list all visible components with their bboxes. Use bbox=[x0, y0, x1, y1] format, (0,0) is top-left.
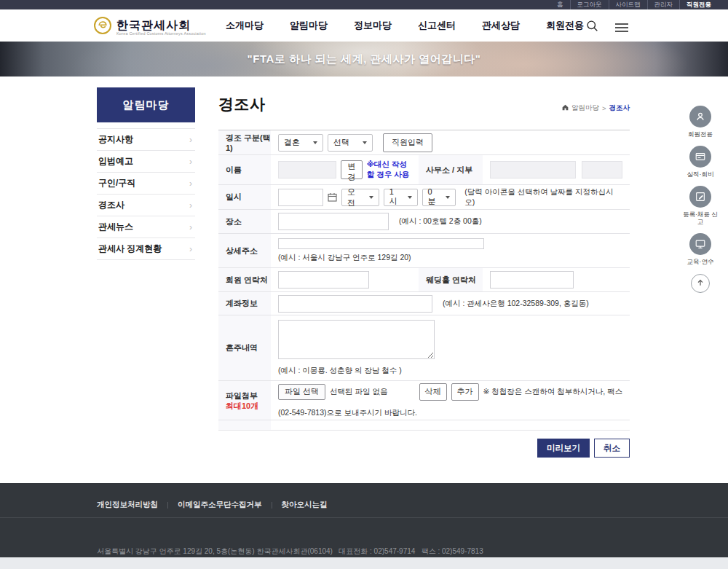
attachment-note-line1: ※ 청첩장은 스캔하여 첨부하시거나, 팩스 bbox=[483, 387, 622, 397]
card-icon bbox=[689, 146, 711, 168]
footer-link-separator bbox=[167, 502, 168, 509]
account-example-note: (예시 : 관세사은행 102-32589-309, 홍길동) bbox=[443, 299, 589, 309]
footer-link-separator bbox=[272, 502, 272, 509]
row-address: 상세주소 (예시 : 서울시 강남구 언주로 129길 20) bbox=[218, 234, 630, 268]
quick-item-education[interactable]: 교육·연수 bbox=[683, 233, 718, 265]
topbar-link-sitemap[interactable]: 사이트맵 bbox=[609, 0, 647, 9]
chevron-down-icon bbox=[369, 196, 373, 199]
calendar-icon[interactable] bbox=[328, 192, 337, 202]
delete-file-button[interactable]: 삭제 bbox=[419, 383, 447, 401]
footer-divider bbox=[0, 517, 728, 518]
row-category: 경조 구분(택1) 결혼 선택 직원입력 bbox=[218, 130, 630, 155]
parents-textarea[interactable] bbox=[278, 320, 435, 359]
label-parents: 혼주내역 bbox=[218, 315, 271, 380]
topbar-link-staff-only[interactable]: 직원전용 bbox=[679, 0, 718, 9]
nav-item-consult[interactable]: 관세상담 bbox=[469, 19, 533, 32]
chevron-right-icon: › bbox=[189, 222, 192, 232]
sidebar-item-jobs[interactable]: 구인/구직› bbox=[97, 173, 195, 195]
name-proxy-note: ※대신 작성할 경우 사용 bbox=[367, 160, 411, 180]
utility-bar: 홈 로그아웃 사이트맵 관리자 직원전용 bbox=[0, 0, 728, 9]
main-nav: 소개마당 알림마당 정보마당 신고센터 관세상담 회원전용 bbox=[213, 9, 597, 42]
hero-banner: "FTA로 하나 되는 세계, 관세사가 열어갑니다" bbox=[0, 42, 728, 76]
quick-item-members[interactable]: 회원전용 bbox=[683, 106, 718, 138]
footer-link-no-email-collection[interactable]: 이메일주소무단수집거부 bbox=[178, 500, 262, 510]
row-datetime: 일시 오전 1시 0분 (달력 아이콘을 선택하여 날짜를 지정하십시오) bbox=[218, 185, 630, 210]
topbar-link-home[interactable]: 홈 bbox=[550, 0, 570, 9]
scroll-to-top-button[interactable] bbox=[691, 274, 710, 293]
label-attachment: 파일첨부 최대10개 bbox=[218, 381, 271, 420]
row-place: 장소 (예시 : 00호텔 2층 00홀) bbox=[218, 210, 630, 234]
chevron-right-icon: › bbox=[189, 135, 192, 145]
chevron-down-icon bbox=[363, 141, 367, 144]
category-sub-select[interactable]: 선택 bbox=[328, 134, 373, 152]
nav-item-intro[interactable]: 소개마당 bbox=[213, 19, 277, 32]
quick-item-registration[interactable]: 등록·채용 신고 bbox=[683, 186, 718, 225]
site-header: 한국관세사회 Korea Certified Customs Attorneys… bbox=[0, 9, 728, 42]
label-member-contact: 회원 연락처 bbox=[218, 268, 271, 291]
breadcrumb: 알림마당 > 경조사 bbox=[218, 103, 630, 113]
label-office-branch: 사무소 / 지부 bbox=[419, 155, 483, 184]
ampm-select[interactable]: 오전 bbox=[341, 189, 379, 206]
label-account: 계좌정보 bbox=[218, 292, 271, 315]
hall-contact-input[interactable] bbox=[490, 271, 574, 289]
sidebar-item-legislation[interactable]: 입법예고› bbox=[97, 151, 195, 173]
preview-button[interactable]: 미리보기 bbox=[537, 439, 590, 458]
arrow-up-icon bbox=[696, 277, 705, 290]
breadcrumb-parent[interactable]: 알림마당 bbox=[571, 103, 599, 113]
sidebar-item-customs-news[interactable]: 관세뉴스› bbox=[97, 216, 195, 238]
nav-item-notice[interactable]: 알림마당 bbox=[277, 19, 341, 32]
row-name: 이름 변경 ※대신 작성할 경우 사용 사무소 / 지부 bbox=[218, 155, 630, 185]
attachment-note-line2: (02-549-7813)으로 보내주시기 바랍니다. bbox=[278, 408, 417, 417]
minute-select[interactable]: 0분 bbox=[422, 189, 456, 206]
sidebar-item-discipline-status[interactable]: 관세사 징계현황› bbox=[97, 238, 195, 260]
footer-link-directions[interactable]: 찾아오시는길 bbox=[282, 500, 328, 510]
add-file-button[interactable]: 추가 bbox=[451, 383, 479, 401]
member-contact-input[interactable] bbox=[278, 271, 369, 289]
quick-menu: 회원전용 실적·회비 등록·채용 신고 교육·연수 bbox=[681, 106, 720, 293]
label-address: 상세주소 bbox=[218, 234, 271, 267]
chevron-down-icon bbox=[313, 141, 317, 144]
topbar-link-admin[interactable]: 관리자 bbox=[647, 0, 680, 9]
category-type-select[interactable]: 결혼 bbox=[278, 134, 323, 152]
change-name-button[interactable]: 변경 bbox=[341, 160, 363, 179]
account-input[interactable] bbox=[278, 295, 432, 313]
place-input[interactable] bbox=[278, 213, 389, 230]
breadcrumb-separator: > bbox=[602, 104, 606, 112]
attachment-limit: 최대10개 bbox=[226, 401, 258, 411]
home-icon[interactable] bbox=[562, 104, 569, 112]
label-category: 경조 구분(택1) bbox=[218, 130, 271, 154]
datetime-help-note: (달력 아이콘을 선택하여 날짜를 지정하십시오) bbox=[464, 187, 622, 208]
quick-item-dues[interactable]: 실적·회비 bbox=[683, 146, 718, 178]
file-select-button[interactable]: 파일 선택 bbox=[278, 384, 325, 400]
page-bottom-strip bbox=[0, 557, 728, 569]
sidebar-item-family-events[interactable]: 경조사› bbox=[97, 195, 195, 216]
logo-subtitle: Korea Certified Customs Attorneys Associ… bbox=[116, 31, 206, 36]
footer-link-privacy[interactable]: 개인정보처리방침 bbox=[97, 500, 158, 510]
date-input[interactable] bbox=[278, 189, 323, 206]
edit-doc-icon bbox=[689, 186, 711, 208]
form-actions: 미리보기 취소 bbox=[218, 439, 630, 458]
hour-select[interactable]: 1시 bbox=[384, 189, 418, 206]
chevron-right-icon: › bbox=[189, 200, 192, 211]
site-footer: 개인정보처리방침 이메일주소무단수집거부 찾아오시는길 서울특별시 강남구 언주… bbox=[0, 483, 728, 557]
cancel-button[interactable]: 취소 bbox=[594, 439, 630, 458]
nav-item-info[interactable]: 정보마당 bbox=[341, 19, 405, 32]
breadcrumb-current: 경조사 bbox=[609, 103, 630, 113]
address-input[interactable] bbox=[278, 238, 484, 249]
logo-title: 한국관세사회 bbox=[116, 19, 206, 31]
sidebar-section-title: 알림마당 bbox=[97, 87, 195, 122]
label-hall-contact: 웨딩홀 연락처 bbox=[419, 268, 483, 291]
logo-icon bbox=[93, 16, 112, 38]
label-place: 장소 bbox=[218, 210, 271, 233]
name-input bbox=[278, 161, 336, 178]
banner-slogan: "FTA로 하나 되는 세계, 관세사가 열어갑니다" bbox=[248, 52, 481, 66]
staff-entry-button[interactable]: 직원입력 bbox=[383, 133, 432, 152]
sidebar-item-notices[interactable]: 공지사항› bbox=[97, 129, 195, 151]
search-icon[interactable] bbox=[586, 20, 598, 35]
hamburger-menu-icon[interactable] bbox=[615, 22, 628, 35]
nav-item-report[interactable]: 신고센터 bbox=[405, 19, 469, 32]
chevron-down-icon bbox=[446, 196, 450, 199]
topbar-link-logout[interactable]: 로그아웃 bbox=[570, 0, 609, 9]
label-datetime: 일시 bbox=[218, 185, 271, 209]
logo[interactable]: 한국관세사회 Korea Certified Customs Attorneys… bbox=[93, 16, 206, 38]
